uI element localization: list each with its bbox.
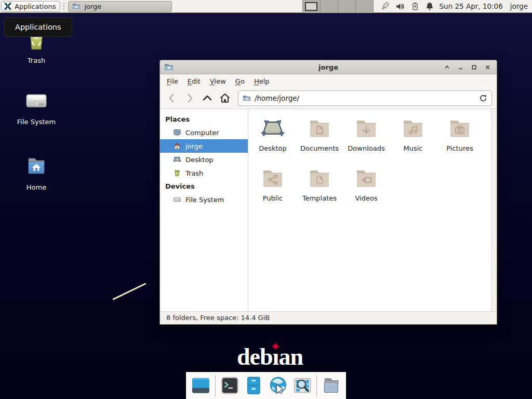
desktop-surface-icon (260, 116, 285, 141)
home-icon (173, 142, 181, 150)
workspace-window-preview (305, 2, 317, 11)
folder-downloads-icon (354, 116, 379, 141)
workspace-2[interactable] (321, 0, 338, 13)
computer-icon (173, 128, 181, 137)
applications-tooltip: Applications (4, 17, 72, 37)
terminal-icon[interactable] (220, 375, 240, 396)
location-bar[interactable]: /home/jorge/ (238, 90, 492, 106)
desktop-icon-label: File System (8, 118, 65, 126)
folder-view: Desktop Documents (248, 109, 497, 311)
workspace-3[interactable] (338, 0, 356, 13)
sidebar-item-computer[interactable]: Computer (160, 126, 248, 139)
sidebar-item-label: Computer (185, 129, 219, 137)
menu-file[interactable]: File (162, 75, 183, 88)
debian-logo: debıan (237, 343, 303, 370)
sidebar-item-label: Trash (185, 169, 203, 177)
menu-edit[interactable]: Edit (183, 75, 205, 88)
close-button[interactable] (482, 62, 493, 72)
top-panel: Applications jorge (0, 0, 532, 13)
sidebar-devices-header: Devices (160, 180, 248, 193)
folder-item-documents[interactable]: Documents (296, 116, 343, 166)
menu-go[interactable]: Go (231, 75, 249, 88)
folder-documents-icon (307, 116, 332, 141)
menu-help[interactable]: Help (249, 75, 274, 88)
desktop-icon (173, 155, 181, 164)
menubar: File Edit View Go Help (160, 74, 497, 88)
system-tray (380, 1, 434, 11)
panel-handle[interactable] (62, 2, 66, 11)
home-button[interactable] (217, 91, 233, 105)
folder-item-public[interactable]: Public (249, 166, 296, 216)
folder-videos-icon (354, 166, 379, 191)
application-finder-icon[interactable] (292, 375, 313, 396)
notifications-bell-icon[interactable] (425, 2, 434, 11)
sidebar-item-jorge[interactable]: jorge (160, 139, 248, 153)
maximize-button[interactable] (469, 62, 479, 72)
applications-menu-label: Applications (15, 3, 56, 10)
applications-menu-button[interactable]: Applications (1, 1, 60, 12)
desktop-icon-home[interactable]: Home (8, 154, 65, 191)
toolbar: /home/jorge/ (160, 88, 497, 109)
drive-icon (173, 195, 181, 204)
workspace-4[interactable] (356, 0, 374, 13)
folder-music-icon (401, 116, 425, 141)
window-folder-icon (164, 62, 174, 72)
sidebar-item-label: jorge (185, 142, 203, 150)
sidebar-places-header: Places (160, 113, 248, 126)
panel-clock[interactable]: Sun 25 Apr, 10:06 (440, 2, 503, 10)
location-input[interactable]: /home/jorge/ (255, 94, 479, 102)
folder-pictures-icon (447, 116, 472, 141)
file-manager-icon[interactable] (244, 375, 264, 396)
minimize-button[interactable] (455, 62, 466, 72)
workspace-1[interactable] (303, 0, 321, 13)
workspace-switcher (302, 0, 374, 13)
dock-separator (316, 375, 317, 396)
file-manager-window: jorge File Edit View Go Help (159, 60, 497, 325)
pen-icon[interactable] (380, 1, 390, 11)
path-folder-icon (243, 94, 251, 102)
sidebar-item-desktop[interactable]: Desktop (160, 153, 248, 166)
folder-icon (72, 2, 81, 10)
sidebar-item-label: Desktop (185, 156, 214, 164)
trash-icon (173, 169, 181, 177)
dock (186, 372, 346, 399)
folder-templates-icon (307, 166, 332, 191)
window-titlebar[interactable]: jorge (160, 60, 497, 74)
drive-icon (24, 88, 49, 113)
shade-button[interactable] (442, 62, 452, 72)
folder-item-downloads[interactable]: Downloads (343, 116, 390, 166)
show-desktop-icon[interactable] (191, 375, 211, 396)
back-button[interactable] (164, 91, 180, 105)
sidebar-item-file-system[interactable]: File System (160, 193, 248, 206)
panel-username[interactable]: jorge (510, 2, 528, 10)
web-browser-icon[interactable] (268, 375, 288, 396)
taskbar-window-button[interactable]: jorge (68, 1, 172, 12)
statusbar: 8 folders, Free space: 14.4 GiB (160, 311, 497, 324)
folder-item-desktop[interactable]: Desktop (249, 116, 296, 166)
sidebar-item-trash[interactable]: Trash (160, 166, 248, 180)
reload-icon[interactable] (479, 94, 487, 102)
xfce-applications-icon (4, 2, 12, 10)
folder-item-videos[interactable]: Videos (343, 166, 390, 216)
sidebar: Places Computer jorge (160, 109, 248, 311)
recent-folder-icon[interactable] (321, 375, 341, 396)
taskbar-window-label: jorge (84, 3, 101, 10)
up-button[interactable] (200, 91, 215, 105)
vertical-scrollbar[interactable] (491, 109, 497, 311)
dock-separator (215, 375, 216, 396)
desktop-artifact-line (112, 283, 146, 300)
folder-public-icon (260, 166, 285, 191)
forward-button[interactable] (182, 91, 197, 105)
volume-icon[interactable] (395, 2, 405, 11)
desktop-icon-file-system[interactable]: File System (8, 88, 65, 126)
folder-item-templates[interactable]: Templates (296, 166, 343, 216)
desktop-icon-label: Trash (8, 57, 65, 64)
folder-item-pictures[interactable]: Pictures (436, 116, 483, 166)
folder-item-music[interactable]: Music (390, 116, 436, 166)
home-folder-icon (24, 154, 49, 179)
menu-view[interactable]: View (205, 75, 231, 88)
battery-icon[interactable] (410, 2, 420, 11)
sidebar-item-label: File System (185, 196, 224, 204)
desktop-icon-label: Home (8, 183, 65, 191)
